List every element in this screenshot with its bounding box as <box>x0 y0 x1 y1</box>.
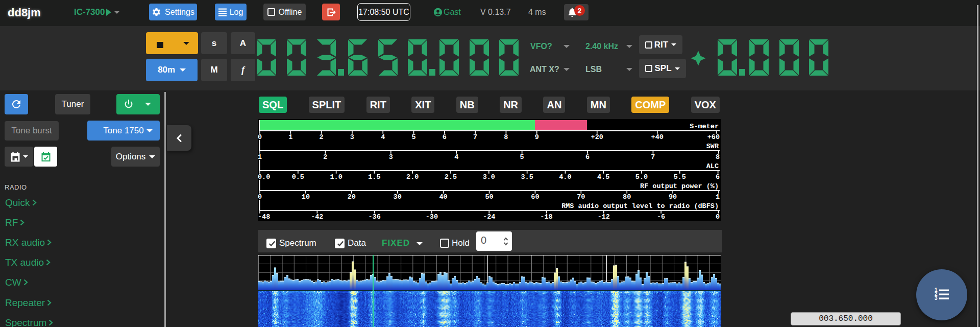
svg-text:5: 5 <box>411 133 415 141</box>
svg-text:-30: -30 <box>426 213 438 221</box>
svg-text:10: 10 <box>302 193 310 201</box>
svg-text:3: 3 <box>389 153 393 161</box>
svg-text:5.0: 5.0 <box>635 173 648 181</box>
svg-text:+60: +60 <box>707 133 720 141</box>
svg-text:-18: -18 <box>540 213 552 221</box>
svg-text:3.5: 3.5 <box>521 173 533 181</box>
svg-text:ALC: ALC <box>706 162 719 170</box>
svg-text:6: 6 <box>443 133 447 141</box>
svg-text:30: 30 <box>394 193 402 201</box>
svg-text:4.5: 4.5 <box>597 173 609 181</box>
svg-text:1: 1 <box>716 193 720 201</box>
svg-text:0: 0 <box>258 133 262 141</box>
svg-text:RMS audio output level to radi: RMS audio output level to radio (dBFS) <box>561 202 719 210</box>
svg-text:2.5: 2.5 <box>445 173 457 181</box>
svg-text:60: 60 <box>531 193 539 201</box>
svg-text:4: 4 <box>454 153 458 161</box>
svg-text:40: 40 <box>439 193 447 201</box>
svg-text:2: 2 <box>320 133 324 141</box>
svg-text:1: 1 <box>258 153 262 161</box>
svg-text:1: 1 <box>288 133 292 141</box>
svg-text:+20: +20 <box>591 133 603 141</box>
svg-text:-6: -6 <box>657 213 665 221</box>
svg-text:-48: -48 <box>258 213 270 221</box>
svg-text:0.0: 0.0 <box>258 173 270 181</box>
svg-text:5.5: 5.5 <box>674 173 686 181</box>
svg-text:+40: +40 <box>651 133 664 141</box>
svg-text:0: 0 <box>258 193 262 201</box>
svg-text:70: 70 <box>577 193 585 201</box>
svg-text:-36: -36 <box>368 213 380 221</box>
svg-text:SWR: SWR <box>706 143 719 150</box>
svg-text:-24: -24 <box>483 213 495 221</box>
svg-text:7: 7 <box>473 133 477 141</box>
svg-text:2.0: 2.0 <box>406 173 419 181</box>
svg-text:S-meter: S-meter <box>690 123 719 130</box>
svg-text:6: 6 <box>716 173 720 181</box>
svg-text:2: 2 <box>323 153 327 161</box>
svg-text:3.0: 3.0 <box>483 173 495 181</box>
svg-text:9: 9 <box>535 133 539 141</box>
svg-text:80: 80 <box>623 193 631 201</box>
svg-text:-12: -12 <box>598 213 610 221</box>
svg-text:7: 7 <box>651 153 655 161</box>
svg-text:4.0: 4.0 <box>559 173 571 181</box>
svg-text:1.5: 1.5 <box>368 173 380 181</box>
svg-text:6: 6 <box>585 153 590 161</box>
svg-text:0: 0 <box>716 213 720 221</box>
svg-text:20: 20 <box>348 193 356 201</box>
svg-text:8: 8 <box>716 153 720 161</box>
svg-text:8: 8 <box>504 133 508 141</box>
svg-text:0.5: 0.5 <box>292 173 304 181</box>
svg-text:RF output power (%): RF output power (%) <box>640 182 719 190</box>
svg-text:-42: -42 <box>311 213 323 221</box>
svg-text:1.0: 1.0 <box>330 173 342 181</box>
svg-text:3: 3 <box>935 295 938 301</box>
svg-text:50: 50 <box>485 193 493 201</box>
svg-text:5: 5 <box>520 153 524 161</box>
svg-text:3: 3 <box>350 133 354 141</box>
svg-text:4: 4 <box>381 133 385 141</box>
svg-text:90: 90 <box>669 193 677 201</box>
